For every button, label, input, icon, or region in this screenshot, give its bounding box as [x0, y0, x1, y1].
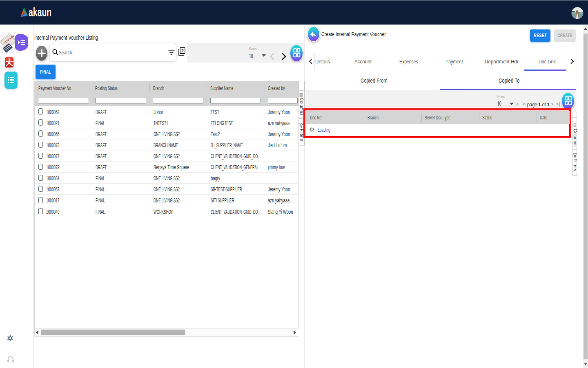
svg-text:2: 2	[181, 49, 184, 53]
